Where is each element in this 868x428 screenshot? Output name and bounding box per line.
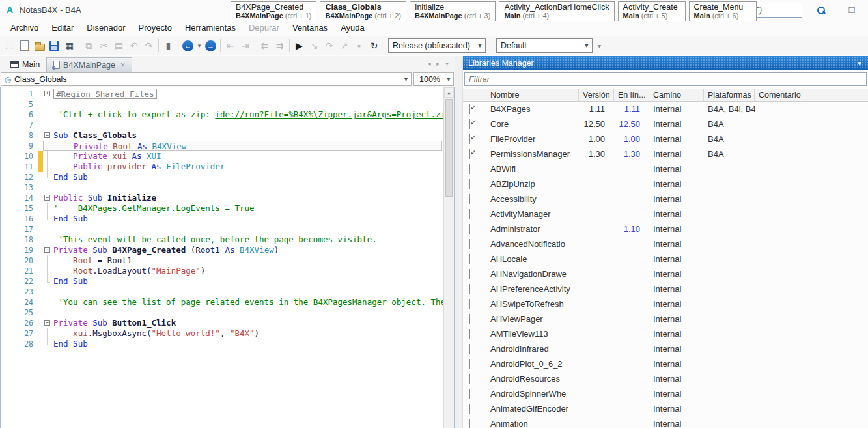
code-line[interactable]: 14−Public Sub Initialize	[1, 193, 454, 203]
menu-item-ventanas[interactable]: Ventanas	[286, 21, 334, 35]
menu-item-herramientas[interactable]: Herramientas	[178, 21, 242, 35]
column-header-camino[interactable]: Camino	[649, 89, 704, 101]
library-checkbox[interactable]	[469, 374, 470, 384]
code-line[interactable]: 12End Sub	[1, 172, 454, 182]
library-checkbox[interactable]	[469, 239, 470, 249]
library-row[interactable]: AHPreferenceActivityInternal	[463, 281, 868, 296]
library-checkbox[interactable]	[469, 359, 470, 369]
pause-icon[interactable]: ▪	[352, 38, 367, 53]
code-line[interactable]: 24 'You can see the list of page related…	[1, 297, 454, 307]
code-line[interactable]: 11 Public provider As FileProvider	[1, 162, 454, 172]
column-header-comentario[interactable]: Comentario	[755, 89, 809, 101]
code-line[interactable]: 19−Private Sub B4XPage_Created (Root1 As…	[1, 245, 454, 255]
code-line[interactable]: 1+#Region Shared Files	[1, 89, 454, 99]
code-line[interactable]: 13	[1, 182, 454, 193]
library-row[interactable]: AHLocaleInternal	[463, 251, 868, 266]
code-line[interactable]: 27 xui.MsgboxAsync("Hello world!", "B4X"…	[1, 328, 454, 339]
comment-icon[interactable]: ⇇	[257, 38, 272, 53]
paste-icon[interactable]: ▤	[111, 38, 126, 53]
bookmark-tab[interactable]: Class_GlobalsB4XMainPage (ctrl + 2)	[320, 1, 406, 21]
library-row[interactable]: AndroidInfraredInternal	[463, 341, 868, 356]
back-history-dropdown-icon[interactable]: ▾	[195, 38, 203, 53]
menu-item-editar[interactable]: Editar	[45, 21, 80, 35]
library-row[interactable]: AHSwipeToRefreshInternal	[463, 296, 868, 311]
panel-menu-icon[interactable]: ▼	[856, 60, 863, 67]
undo-icon[interactable]: ↶	[126, 38, 141, 53]
library-checkbox[interactable]	[469, 134, 470, 144]
cut-icon[interactable]: ✂	[96, 38, 111, 53]
library-row[interactable]: ABWifiInternal	[463, 162, 868, 177]
code-line[interactable]: 21 Root.LoadLayout("MainPage")	[1, 266, 454, 276]
fold-toggle-icon[interactable]: −	[43, 130, 53, 141]
library-row[interactable]: PermissionsManager1.301.30InternalB4A	[463, 147, 868, 162]
library-checkbox[interactable]	[469, 209, 470, 219]
library-checkbox[interactable]	[469, 314, 470, 324]
bookmark-tab[interactable]: InitializeB4XMainPage (ctrl + 3)	[410, 1, 496, 21]
tab-scroll-arrows-icon[interactable]: ◂ ▸ ▾	[427, 60, 451, 67]
library-row[interactable]: Core12.5012.50InternalB4A	[463, 117, 868, 132]
layout-variant-select[interactable]: Default ▼	[496, 38, 593, 53]
maximize-button[interactable]: □	[841, 1, 863, 18]
navigate-forward-icon[interactable]: →	[203, 38, 218, 53]
scroll-up-icon[interactable]: ▲	[444, 87, 454, 98]
bookmark-tab[interactable]: Activity_CreateMain (ctrl + 5)	[618, 1, 686, 21]
new-file-icon[interactable]	[17, 38, 32, 53]
redo-icon[interactable]: ↷	[141, 38, 156, 53]
code-line[interactable]: 16End Sub	[1, 214, 454, 224]
libraries-manager-header[interactable]: Libraries Manager ▼	[463, 56, 868, 70]
code-line[interactable]: 20 Root = Root1	[1, 255, 454, 266]
library-checkbox[interactable]	[469, 194, 470, 204]
fold-toggle-icon[interactable]: +	[43, 89, 53, 99]
scrollbar-thumb[interactable]	[445, 99, 453, 197]
run-icon[interactable]: ▶	[292, 38, 307, 53]
editor-zoom-select[interactable]: 100% ▼	[413, 72, 454, 86]
library-checkbox[interactable]	[469, 299, 470, 309]
library-checkbox[interactable]	[469, 419, 470, 428]
library-checkbox[interactable]	[469, 224, 470, 234]
library-row[interactable]: ActivityManagerInternal	[463, 207, 868, 221]
toolbar-overflow-icon[interactable]: ▾	[598, 42, 601, 50]
library-row[interactable]: AndroidResourcesInternal	[463, 371, 868, 386]
library-checkbox[interactable]	[469, 404, 470, 414]
save-all-icon[interactable]: ▦	[62, 38, 77, 53]
editor-vertical-scrollbar[interactable]: ▲	[443, 87, 454, 428]
library-checkbox[interactable]	[469, 344, 470, 354]
tab-main[interactable]: Main	[4, 57, 46, 72]
fold-toggle-icon[interactable]: −	[43, 318, 53, 328]
library-row[interactable]: AHNavigationDraweInternal	[463, 266, 868, 281]
library-row[interactable]: AdvancedNotificatioInternal	[463, 236, 868, 251]
library-row[interactable]: ABZipUnzipInternal	[463, 177, 868, 192]
outdent-icon[interactable]: ⇤	[223, 38, 238, 53]
code-line[interactable]: 6 'Ctrl + click to export as zip: ide://…	[1, 109, 454, 120]
tab-b4xmainpage[interactable]: B4XMainPage ×	[46, 57, 132, 72]
code-line[interactable]: 10 Private xui As XUI	[1, 151, 454, 162]
menu-item-diseñador[interactable]: Diseñador	[80, 21, 132, 35]
menu-item-proyecto[interactable]: Proyecto	[132, 21, 178, 35]
library-checkbox[interactable]	[469, 329, 470, 339]
library-filter-input[interactable]	[464, 72, 867, 86]
library-row[interactable]: AHViewPagerInternal	[463, 311, 868, 326]
build-configuration-select[interactable]: Release (obfuscated) ▼	[388, 38, 486, 53]
library-checkbox[interactable]	[469, 119, 470, 129]
navigate-back-icon[interactable]: ←	[180, 38, 195, 53]
library-checkbox[interactable]	[469, 284, 470, 294]
library-row[interactable]: AndroidPlot_0_6_2Internal	[463, 356, 868, 371]
library-checkbox[interactable]	[469, 269, 470, 279]
code-line[interactable]: 5	[1, 99, 454, 109]
step-over-icon[interactable]: ↷	[322, 38, 337, 53]
minimize-button[interactable]: —	[812, 1, 834, 18]
library-checkbox[interactable]	[469, 104, 470, 114]
code-line[interactable]: 17	[1, 224, 454, 235]
close-tab-icon[interactable]: ×	[120, 61, 125, 70]
pane-splitter[interactable]	[455, 56, 462, 428]
column-header-nombre[interactable]: Nombre	[486, 89, 579, 101]
library-row[interactable]: AnimatedGifEncoderInternal	[463, 401, 868, 416]
bookmark-tab[interactable]: Create_MenuMain (ctrl + 6)	[689, 1, 757, 21]
code-line[interactable]: 18 'This event will be called once, befo…	[1, 235, 454, 245]
bookmark-tab[interactable]: B4XPage_CreatedB4XMainPage (ctrl + 1)	[231, 1, 316, 21]
step-out-icon[interactable]: ↗	[337, 38, 352, 53]
library-checkbox[interactable]	[469, 149, 470, 159]
menu-item-archivo[interactable]: Archivo	[4, 21, 45, 35]
code-line[interactable]: 22End Sub	[1, 276, 454, 287]
sub-navigator-select[interactable]: ◎ Class_Globals ▼	[1, 72, 412, 86]
